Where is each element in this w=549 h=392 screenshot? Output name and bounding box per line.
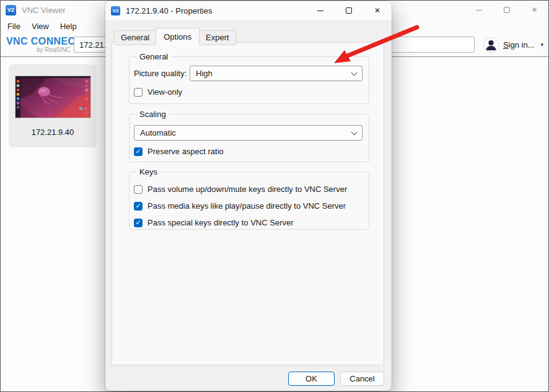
dialog-minimize-button[interactable]	[306, 1, 335, 20]
keys-group: Keys ✓ Pass volume up/down/mute keys dir…	[129, 167, 369, 230]
menu-help[interactable]: Help	[55, 19, 82, 33]
brand-name: VNC CONNECT	[6, 36, 71, 47]
properties-dialog: V2 172.21.9.40 - Properties ✕ General Op…	[105, 1, 392, 391]
vnc-connect-logo: VNC CONNECT by RealVNC	[6, 36, 71, 53]
minimize-button[interactable]	[465, 1, 493, 19]
dialog-window-controls: ✕	[306, 1, 392, 20]
scaling-group-legend: Scaling	[137, 110, 169, 119]
view-only-label: View-only	[147, 87, 182, 97]
close-icon: ✕	[374, 7, 380, 14]
pass-media-keys-row[interactable]: ✓ Pass media keys like play/pause direct…	[134, 201, 362, 211]
picture-quality-label: Picture quality:	[134, 69, 187, 78]
general-group: General Picture quality: High ✓ View-onl…	[129, 52, 369, 104]
scaling-mode-value: Automatic	[140, 128, 176, 137]
pass-volume-keys-row[interactable]: ✓ Pass volume up/down/mute keys directly…	[134, 185, 362, 194]
view-only-checkbox-row[interactable]: ✓ View-only	[134, 87, 362, 97]
connection-tile[interactable]: 172.21.9.40	[9, 64, 97, 147]
connection-thumbnail	[15, 76, 90, 118]
close-icon: ✕	[531, 6, 537, 14]
pass-media-keys-label: Pass media keys like play/pause directly…	[147, 201, 346, 211]
ok-button[interactable]: OK	[288, 372, 335, 386]
dialog-maximize-button[interactable]	[335, 1, 363, 20]
checkmark-icon: ✓	[135, 219, 141, 226]
tab-expert[interactable]: Expert	[199, 30, 236, 45]
preserve-aspect-ratio-checkbox: ✓	[134, 147, 143, 156]
vnc-logo-icon: V2	[111, 6, 120, 15]
tab-general[interactable]: General	[114, 30, 156, 45]
preserve-aspect-ratio-label: Preserve aspect ratio	[147, 147, 224, 156]
chevron-down-icon: ▾	[540, 41, 543, 48]
preserve-aspect-ratio-row[interactable]: ✓ Preserve aspect ratio	[134, 147, 362, 156]
sign-in-button[interactable]: Sign in... ▾	[483, 36, 543, 53]
checkmark-icon: ✓	[135, 203, 141, 209]
scaling-mode-dropdown[interactable]: Automatic	[134, 125, 362, 141]
picture-quality-value: High	[196, 69, 213, 78]
pass-special-keys-row[interactable]: ✓ Pass special keys directly to VNC Serv…	[134, 218, 362, 227]
keys-group-legend: Keys	[137, 167, 160, 176]
pass-special-keys-label: Pass special keys directly to VNC Server	[147, 218, 294, 227]
options-tab-page: General Picture quality: High ✓ View-onl…	[112, 42, 384, 365]
dialog-titlebar: V2 172.21.9.40 - Properties ✕	[105, 1, 392, 20]
minimize-icon	[476, 10, 482, 11]
dialog-close-button[interactable]: ✕	[363, 1, 392, 20]
maximize-icon	[346, 7, 352, 14]
vnc-logo-icon: V2	[6, 5, 16, 15]
cancel-button[interactable]: Cancel	[340, 372, 384, 386]
scaling-group: Scaling Automatic ✓ Preserve aspect rati…	[129, 110, 369, 162]
pass-volume-keys-label: Pass volume up/down/mute keys directly t…	[147, 185, 347, 194]
main-window-controls: ✕	[465, 1, 548, 19]
general-group-legend: General	[137, 52, 170, 61]
pass-media-keys-checkbox: ✓	[134, 202, 143, 211]
close-button[interactable]: ✕	[520, 1, 548, 19]
picture-quality-dropdown[interactable]: High	[190, 66, 362, 81]
chevron-down-icon	[351, 129, 358, 135]
dialog-title: 172.21.9.40 - Properties	[126, 6, 212, 15]
screen: V2 VNC Viewer ✕ File View Help VNC CONNE…	[0, 0, 549, 392]
brand-byline: by RealVNC	[6, 46, 71, 53]
minimize-icon	[317, 11, 323, 11]
main-window-title: VNC Viewer	[22, 6, 66, 15]
dialog-tabs: General Options Expert	[114, 28, 235, 45]
connection-address-label: 172.21.9.40	[9, 128, 97, 137]
sign-in-label: Sign in...	[503, 40, 535, 50]
chevron-down-icon	[351, 69, 358, 76]
menu-view[interactable]: View	[26, 19, 55, 33]
user-avatar-icon	[483, 37, 499, 53]
view-only-checkbox: ✓	[134, 88, 143, 97]
checkmark-icon: ✓	[135, 148, 141, 155]
menu-file[interactable]: File	[2, 19, 26, 33]
pass-volume-keys-checkbox: ✓	[134, 185, 143, 194]
tab-options[interactable]: Options	[156, 28, 200, 45]
maximize-button[interactable]	[493, 1, 520, 19]
maximize-icon	[504, 7, 510, 13]
pass-special-keys-checkbox: ✓	[134, 219, 143, 227]
